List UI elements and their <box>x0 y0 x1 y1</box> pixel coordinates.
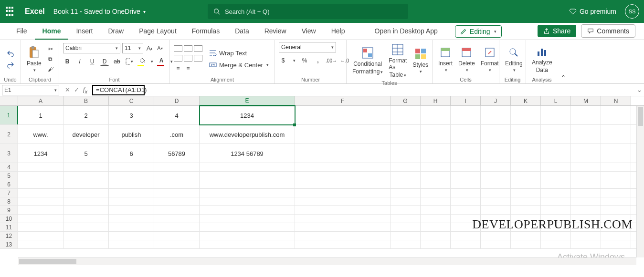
cell-E13[interactable] <box>200 240 295 249</box>
cell-K2[interactable] <box>511 125 541 144</box>
cell-A5[interactable] <box>18 172 63 180</box>
cell-E1[interactable]: 1234 <box>200 106 295 125</box>
decrease-font-button[interactable]: A▾ <box>156 44 164 52</box>
cell-F8[interactable] <box>295 197 391 206</box>
cell-G5[interactable] <box>391 172 421 180</box>
format-cells-button[interactable]: Format▾ <box>479 45 501 73</box>
cell-A10[interactable] <box>18 215 63 223</box>
tab-file[interactable]: File <box>9 23 35 40</box>
cell-J1[interactable] <box>481 106 511 125</box>
cell-C1[interactable]: 3 <box>109 106 154 125</box>
cell-L4[interactable] <box>541 163 571 172</box>
cell-B8[interactable] <box>63 197 109 206</box>
cell-L9[interactable] <box>541 206 571 215</box>
cell-M5[interactable] <box>571 172 601 180</box>
cell-L1[interactable] <box>541 106 571 125</box>
cell-K6[interactable] <box>511 180 541 189</box>
cell-L8[interactable] <box>541 197 571 206</box>
open-desktop-button[interactable]: Open in Desktop App <box>367 23 445 40</box>
tab-help[interactable]: Help <box>324 23 353 40</box>
search-box[interactable]: Search (Alt + Q) <box>208 4 408 19</box>
cell-I9[interactable] <box>451 206 481 215</box>
row-header-7[interactable]: 7 <box>0 189 18 197</box>
cell-D10[interactable] <box>154 215 200 223</box>
comments-button[interactable]: Comments <box>581 24 635 38</box>
cell-F11[interactable] <box>295 223 391 232</box>
select-all-corner[interactable] <box>0 96 18 105</box>
column-header-J[interactable]: J <box>481 96 511 105</box>
cell-A6[interactable] <box>18 180 63 189</box>
cell-M12[interactable] <box>571 232 601 240</box>
row-header-3[interactable]: 3 <box>0 144 18 163</box>
column-header-M[interactable]: M <box>571 96 601 105</box>
cell-D4[interactable] <box>154 163 200 172</box>
cell-G4[interactable] <box>391 163 421 172</box>
cell-D8[interactable] <box>154 197 200 206</box>
row-header-4[interactable]: 4 <box>0 163 18 171</box>
percent-button[interactable]: % <box>300 56 309 65</box>
editing-mode-button[interactable]: Editing ▾ <box>455 25 502 38</box>
cell-B6[interactable] <box>63 180 109 189</box>
cell-A12[interactable] <box>18 232 63 240</box>
cell-M9[interactable] <box>571 206 601 215</box>
cell-I7[interactable] <box>451 189 481 197</box>
cell-B12[interactable] <box>63 232 109 240</box>
cell-H3[interactable] <box>421 144 451 163</box>
double-underline-button[interactable]: D <box>100 57 109 66</box>
cell-K13[interactable] <box>511 240 541 249</box>
cell-G11[interactable] <box>391 223 421 232</box>
cell-I13[interactable] <box>451 240 481 249</box>
column-header-B[interactable]: B <box>63 96 109 105</box>
cell-L5[interactable] <box>541 172 571 180</box>
cell-D13[interactable] <box>154 240 200 249</box>
cell-L7[interactable] <box>541 189 571 197</box>
font-color-button[interactable]: A <box>157 56 166 65</box>
cell-C10[interactable] <box>109 215 154 223</box>
cell-A8[interactable] <box>18 197 63 206</box>
cut-button[interactable]: ✂ <box>46 45 55 53</box>
align-center-button[interactable] <box>184 55 192 62</box>
cell-J5[interactable] <box>481 172 511 180</box>
cell-N3[interactable] <box>601 144 631 163</box>
cell-F7[interactable] <box>295 189 391 197</box>
go-premium-button[interactable]: Go premium <box>569 8 616 15</box>
row-header-10[interactable]: 10 <box>0 215 18 223</box>
cell-H7[interactable] <box>421 189 451 197</box>
cell-H6[interactable] <box>421 180 451 189</box>
cell-G10[interactable] <box>391 215 421 223</box>
cell-J12[interactable] <box>481 232 511 240</box>
cell-I12[interactable] <box>451 232 481 240</box>
cell-I4[interactable] <box>451 163 481 172</box>
formula-input[interactable]: =CONCAT(A1:D1) <box>92 85 145 95</box>
cell-M8[interactable] <box>571 197 601 206</box>
row-header-6[interactable]: 6 <box>0 180 18 188</box>
cell-A11[interactable] <box>18 223 63 232</box>
column-header-K[interactable]: K <box>511 96 541 105</box>
row-header-12[interactable]: 12 <box>0 232 18 240</box>
cell-A1[interactable]: 1 <box>18 106 63 125</box>
cell-D11[interactable] <box>154 223 200 232</box>
cell-M2[interactable] <box>571 125 601 144</box>
align-bottom-button[interactable] <box>194 45 202 52</box>
document-name[interactable]: Book 11 - Saved to OneDrive ▾ <box>53 8 146 15</box>
cell-E7[interactable] <box>200 189 295 197</box>
cancel-formula-button[interactable]: ✕ <box>65 86 70 93</box>
cell-H1[interactable] <box>421 106 451 125</box>
cell-I3[interactable] <box>451 144 481 163</box>
cell-A13[interactable] <box>18 240 63 249</box>
cell-N8[interactable] <box>601 197 631 206</box>
cell-I8[interactable] <box>451 197 481 206</box>
cell-B13[interactable] <box>63 240 109 249</box>
cell-A9[interactable] <box>18 206 63 215</box>
cell-J6[interactable] <box>481 180 511 189</box>
cell-C5[interactable] <box>109 172 154 180</box>
share-button[interactable]: Share <box>538 25 576 37</box>
cell-G8[interactable] <box>391 197 421 206</box>
row-header-2[interactable]: 2 <box>0 125 18 144</box>
cell-L6[interactable] <box>541 180 571 189</box>
column-header-D[interactable]: D <box>154 96 200 105</box>
comma-button[interactable]: , <box>314 56 322 65</box>
cell-F9[interactable] <box>295 206 391 215</box>
cell-C9[interactable] <box>109 206 154 215</box>
row-header-13[interactable]: 13 <box>0 240 18 248</box>
